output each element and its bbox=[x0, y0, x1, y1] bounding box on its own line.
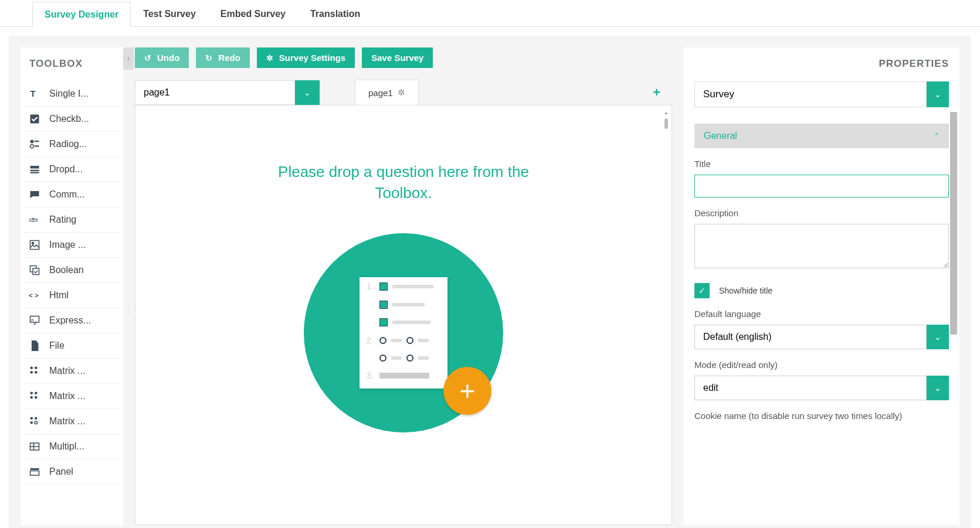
tab-translation[interactable]: Translation bbox=[298, 1, 372, 26]
field-description: Description bbox=[694, 208, 949, 270]
scroll-thumb[interactable] bbox=[950, 112, 957, 335]
gear-icon: ✲ bbox=[266, 53, 273, 63]
field-default-language: Default language ⌄ bbox=[694, 309, 949, 349]
undo-button[interactable]: ↺ Undo bbox=[135, 47, 189, 68]
properties-scrollbar[interactable] bbox=[950, 112, 958, 513]
chevron-down-icon: ⌄ bbox=[304, 88, 311, 97]
field-title: Title bbox=[694, 159, 949, 197]
tool-label: Multipl... bbox=[49, 441, 84, 452]
tool-html[interactable]: < > Html bbox=[23, 283, 120, 308]
mode-dropdown-button[interactable]: ⌄ bbox=[927, 376, 949, 400]
chevron-up-icon: ⌃ bbox=[934, 132, 940, 140]
page-select-dropdown-button[interactable]: ⌄ bbox=[295, 80, 320, 105]
tool-boolean[interactable]: Boolean bbox=[23, 258, 120, 283]
tool-matrix-1[interactable]: Matrix ... bbox=[23, 359, 120, 384]
page-select-input[interactable] bbox=[135, 80, 295, 105]
scroll-thumb[interactable] bbox=[664, 118, 668, 129]
tool-label: Single I... bbox=[49, 88, 89, 99]
svg-point-26 bbox=[30, 421, 33, 424]
field-mode: Mode (edit/read only) ⌄ bbox=[694, 360, 949, 400]
tool-label: Matrix ... bbox=[49, 416, 85, 427]
tool-expression[interactable]: a: Express... bbox=[23, 308, 120, 333]
mode-input[interactable] bbox=[694, 376, 927, 400]
tool-radiogroup[interactable]: Radiog... bbox=[23, 132, 120, 157]
section-general-header[interactable]: General ⌃ bbox=[694, 124, 949, 148]
tool-multiple[interactable]: Multipl... bbox=[23, 434, 120, 459]
object-select-dropdown-button[interactable]: ⌄ bbox=[927, 81, 949, 107]
title-input[interactable] bbox=[694, 175, 949, 197]
show-hide-title-label: Show/hide title bbox=[719, 286, 772, 295]
tool-label: Rating bbox=[49, 214, 76, 225]
svg-point-25 bbox=[30, 417, 33, 420]
tool-dropdown[interactable]: Dropd... bbox=[23, 157, 120, 182]
toolbox-title: TOOLBOX bbox=[23, 47, 120, 81]
scroll-up-icon: ▴ bbox=[663, 110, 669, 116]
page-selector: ⌄ bbox=[135, 80, 320, 105]
toolbox-panel: TOOLBOX T Single I... Checkb... Radiog..… bbox=[21, 47, 123, 525]
tool-rating[interactable]: 1☰3 Rating bbox=[23, 207, 120, 233]
tool-label: Dropd... bbox=[49, 164, 83, 175]
undo-icon: ↺ bbox=[144, 53, 151, 63]
default-language-dropdown-button[interactable]: ⌄ bbox=[927, 325, 949, 349]
redo-button[interactable]: ↻ Redo bbox=[196, 47, 250, 68]
canvas-scrollbar[interactable]: ▴ bbox=[663, 110, 669, 520]
survey-settings-button[interactable]: ✲ Survey Settings bbox=[257, 47, 355, 68]
default-language-input[interactable] bbox=[694, 325, 927, 349]
html-icon: < > bbox=[28, 289, 41, 302]
svg-point-21 bbox=[30, 392, 33, 395]
tool-file[interactable]: File bbox=[23, 333, 120, 359]
properties-title: PROPERTIES bbox=[694, 47, 949, 81]
svg-text:T: T bbox=[30, 88, 36, 98]
svg-point-27 bbox=[35, 417, 38, 420]
illustration-paper: 1. 2. 3. bbox=[360, 277, 447, 389]
tool-comment[interactable]: Comm... bbox=[23, 182, 120, 207]
tool-label: Image ... bbox=[49, 240, 86, 250]
svg-rect-5 bbox=[35, 145, 39, 147]
tool-image-picker[interactable]: Image ... bbox=[23, 233, 120, 258]
page-tab-label: page1 bbox=[368, 88, 393, 98]
svg-text:a:: a: bbox=[31, 318, 35, 322]
tab-survey-designer[interactable]: Survey Designer bbox=[32, 2, 131, 27]
top-tab-bar: Survey Designer Test Survey Embed Survey… bbox=[0, 0, 980, 27]
matrix-icon bbox=[28, 365, 41, 377]
action-bar: ↺ Undo ↻ Redo ✲ Survey Settings Save Sur… bbox=[135, 47, 672, 68]
save-survey-button[interactable]: Save Survey bbox=[362, 47, 433, 68]
object-selector: ⌄ bbox=[694, 81, 949, 107]
tool-panel[interactable]: Panel bbox=[23, 459, 120, 485]
workspace: TOOLBOX T Single I... Checkb... Radiog..… bbox=[9, 36, 971, 528]
plus-icon: + bbox=[653, 85, 660, 100]
svg-text:< >: < > bbox=[29, 291, 39, 299]
tool-label: Comm... bbox=[49, 189, 84, 200]
drop-hint-text: Please drop a question here from the Too… bbox=[269, 161, 538, 204]
tool-matrix-2[interactable]: Matrix ... bbox=[23, 384, 120, 409]
tool-label: Checkb... bbox=[49, 114, 89, 124]
chevron-down-icon: ⌄ bbox=[934, 90, 941, 99]
gear-icon[interactable]: ✲ bbox=[398, 87, 405, 98]
undo-label: Undo bbox=[157, 53, 179, 63]
tab-test-survey[interactable]: Test Survey bbox=[131, 1, 208, 26]
description-input[interactable] bbox=[694, 224, 949, 268]
svg-point-2 bbox=[30, 140, 34, 144]
plus-badge-icon: + bbox=[443, 367, 491, 415]
show-hide-title-checkbox[interactable]: ✓ bbox=[694, 283, 710, 298]
redo-icon: ↻ bbox=[205, 53, 212, 63]
tool-label: File bbox=[49, 340, 65, 351]
svg-rect-6 bbox=[30, 166, 39, 169]
rating-icon: 1☰3 bbox=[28, 213, 41, 226]
tool-matrix-3[interactable]: Matrix ... bbox=[23, 409, 120, 434]
add-page-button[interactable]: + bbox=[653, 85, 660, 100]
tool-checkbox[interactable]: Checkb... bbox=[23, 107, 120, 132]
svg-point-11 bbox=[32, 243, 34, 244]
svg-rect-7 bbox=[30, 170, 39, 171]
chevron-down-icon: ⌄ bbox=[934, 332, 941, 342]
svg-rect-13 bbox=[33, 268, 39, 275]
panel-icon bbox=[28, 465, 41, 478]
svg-point-22 bbox=[35, 392, 38, 395]
tool-single-input[interactable]: T Single I... bbox=[23, 81, 120, 107]
save-survey-label: Save Survey bbox=[371, 53, 423, 63]
tab-embed-survey[interactable]: Embed Survey bbox=[208, 1, 298, 26]
object-select-input[interactable] bbox=[694, 81, 927, 107]
drop-zone[interactable]: Please drop a question here from the Too… bbox=[135, 105, 672, 525]
page-tab-page1[interactable]: page1 ✲ bbox=[355, 80, 419, 105]
dropdown-icon bbox=[28, 163, 41, 176]
